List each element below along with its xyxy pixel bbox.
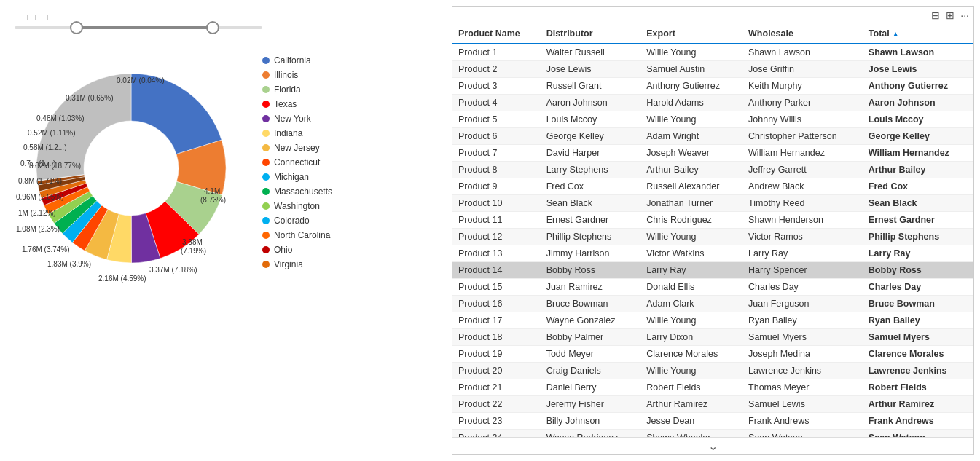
- cell-distributor: Louis Mccoy: [541, 111, 641, 128]
- table-row[interactable]: Product 17Wayne GonzalezWillie YoungRyan…: [452, 312, 973, 329]
- table-row[interactable]: Product 20Craig DanielsWillie YoungLawre…: [452, 363, 973, 379]
- legend-item-illinois[interactable]: Illinois: [262, 70, 332, 80]
- cell-distributor: George Kelley: [541, 128, 641, 145]
- legend-item-florida[interactable]: Florida: [262, 84, 332, 95]
- layout-icon[interactable]: ⊞: [946, 9, 954, 21]
- svg-text:1M (2.12%): 1M (2.12%): [18, 209, 56, 217]
- table-row[interactable]: Product 14Bobby RossLarry RayHarry Spenc…: [452, 262, 973, 279]
- table-row[interactable]: Product 5Louis MccoyWillie YoungJohnny W…: [452, 111, 973, 128]
- table-row[interactable]: Product 16Bruce BowmanAdam ClarkJuan Fer…: [452, 296, 973, 312]
- legend-item-texas[interactable]: Texas: [262, 99, 332, 109]
- scroll-arrow-down[interactable]: ⌄: [452, 437, 973, 454]
- svg-text:0.48M (1.03%): 0.48M (1.03%): [36, 114, 85, 122]
- cell-export: Larry Ray: [640, 262, 742, 279]
- legend-label: Florida: [274, 84, 301, 95]
- legend-item-california[interactable]: California: [262, 55, 332, 66]
- svg-text:2.16M (4.59%): 2.16M (4.59%): [98, 275, 146, 283]
- table-row[interactable]: Product 22Jeremy FisherArthur RamirezSam…: [452, 396, 973, 413]
- cell-wholesale: Keith Murphy: [742, 78, 863, 95]
- legend-item-north-carolina[interactable]: North Carolina: [262, 230, 332, 240]
- cell-total: Bobby Ross: [863, 262, 973, 279]
- legend-dot: [262, 57, 270, 64]
- legend-item-connecticut[interactable]: Connecticut: [262, 157, 332, 168]
- legend-item-colorado[interactable]: Colorado: [262, 216, 332, 226]
- table-row[interactable]: Product 7David HarperJoseph WeaverWillia…: [452, 145, 973, 162]
- table-row[interactable]: Product 4Aaron JohnsonHarold AdamsAnthon…: [452, 95, 973, 111]
- legend-dot: [262, 202, 270, 210]
- date-slider[interactable]: [15, 26, 262, 29]
- cell-total: Samuel Myers: [863, 329, 973, 346]
- table-row[interactable]: Product 19Todd MeyerClarence MoralesJose…: [452, 346, 973, 363]
- table-row[interactable]: Product 9Fred CoxRussell AlexanderAndrew…: [452, 178, 973, 195]
- cell-wholesale: Sean Watson: [742, 430, 863, 438]
- col-header-export[interactable]: Export: [640, 24, 742, 44]
- cell-export: Adam Clark: [640, 296, 742, 312]
- slider-thumb-left[interactable]: [70, 21, 83, 34]
- table-row[interactable]: Product 15Juan RamirezDonald EllisCharle…: [452, 279, 973, 296]
- date-start[interactable]: [15, 15, 28, 20]
- legend-item-massachusetts[interactable]: Massachusetts: [262, 186, 332, 197]
- col-header-total[interactable]: Total ▲: [863, 24, 973, 44]
- cell-export: Jesse Dean: [640, 413, 742, 430]
- legend-label: Colorado: [274, 216, 310, 226]
- cell-export: Chris Rodriguez: [640, 212, 742, 229]
- cell-wholesale: Thomas Meyer: [742, 379, 863, 396]
- cell-wholesale: Victor Ramos: [742, 229, 863, 245]
- table-row[interactable]: Product 3Russell GrantAnthony GutierrezK…: [452, 78, 973, 95]
- cell-product: Product 8: [452, 162, 541, 178]
- table-row[interactable]: Product 24Wayne RodriguezShawn WheelerSe…: [452, 430, 973, 438]
- svg-text:1.08M (2.3%): 1.08M (2.3%): [16, 225, 60, 233]
- cell-distributor: Juan Ramirez: [541, 279, 641, 296]
- donut-chart: 8.82M (18.77%) 4.1M (8.73%) 3.38M (7.19%…: [15, 41, 248, 288]
- legend-item-virginia[interactable]: Virginia: [262, 259, 332, 269]
- filter-icon[interactable]: ⊟: [931, 9, 940, 21]
- cell-total: Clarence Morales: [863, 346, 973, 363]
- cell-product: Product 13: [452, 245, 541, 262]
- col-header-product[interactable]: Product Name: [452, 24, 541, 44]
- cell-export: Larry Dixon: [640, 329, 742, 346]
- legend-label: North Carolina: [274, 230, 330, 240]
- table-row[interactable]: Product 18Bobby PalmerLarry DixonSamuel …: [452, 329, 973, 346]
- date-end[interactable]: [35, 15, 48, 20]
- cell-product: Product 6: [452, 128, 541, 145]
- cell-product: Product 5: [452, 111, 541, 128]
- col-header-distributor[interactable]: Distributor: [541, 24, 641, 44]
- cell-export: Harold Adams: [640, 95, 742, 111]
- cell-wholesale: Larry Ray: [742, 245, 863, 262]
- table-body: Product 1Walter RussellWillie YoungShawn…: [452, 44, 973, 437]
- legend-item-new-jersey[interactable]: New Jersey: [262, 143, 332, 153]
- cell-product: Product 15: [452, 279, 541, 296]
- cell-total: Anthony Gutierrez: [863, 78, 973, 95]
- cell-product: Product 12: [452, 229, 541, 245]
- table-row[interactable]: Product 11Ernest GardnerChris RodriguezS…: [452, 212, 973, 229]
- table-wrapper[interactable]: Product NameDistributorExportWholesaleTo…: [452, 24, 973, 437]
- legend-item-new-york[interactable]: New York: [262, 114, 332, 124]
- slider-thumb-right[interactable]: [206, 21, 219, 34]
- cell-total: George Kelley: [863, 128, 973, 145]
- table-row[interactable]: Product 10Sean BlackJonathan TurnerTimot…: [452, 195, 973, 212]
- legend-dot: [262, 232, 270, 239]
- cell-total: Arthur Bailey: [863, 162, 973, 178]
- cell-total: Sean Black: [863, 195, 973, 212]
- legend-label: California: [274, 55, 311, 66]
- legend-item-indiana[interactable]: Indiana: [262, 128, 332, 138]
- legend-item-washington[interactable]: Washington: [262, 201, 332, 211]
- table-row[interactable]: Product 21Daniel BerryRobert FieldsThoma…: [452, 379, 973, 396]
- cell-product: Product 14: [452, 262, 541, 279]
- table-row[interactable]: Product 12Phillip StephensWillie YoungVi…: [452, 229, 973, 245]
- cell-distributor: Ernest Gardner: [541, 212, 641, 229]
- legend-item-ohio[interactable]: Ohio: [262, 245, 332, 255]
- table-row[interactable]: Product 6George KelleyAdam WrightChristo…: [452, 128, 973, 145]
- cell-product: Product 1: [452, 44, 541, 61]
- legend-label: Virginia: [274, 259, 303, 269]
- table-row[interactable]: Product 13Jimmy HarrisonVictor WatkinsLa…: [452, 245, 973, 262]
- table-row[interactable]: Product 23Billy JohnsonJesse DeanFrank A…: [452, 413, 973, 430]
- col-header-wholesale[interactable]: Wholesale: [742, 24, 863, 44]
- more-icon[interactable]: ···: [960, 9, 969, 21]
- legend-item-michigan[interactable]: Michigan: [262, 172, 332, 182]
- cell-product: Product 2: [452, 61, 541, 78]
- cell-wholesale: Andrew Black: [742, 178, 863, 195]
- table-row[interactable]: Product 2Jose LewisSamuel AustinJose Gri…: [452, 61, 973, 78]
- table-row[interactable]: Product 1Walter RussellWillie YoungShawn…: [452, 44, 973, 61]
- table-row[interactable]: Product 8Larry StephensArthur BaileyJeff…: [452, 162, 973, 178]
